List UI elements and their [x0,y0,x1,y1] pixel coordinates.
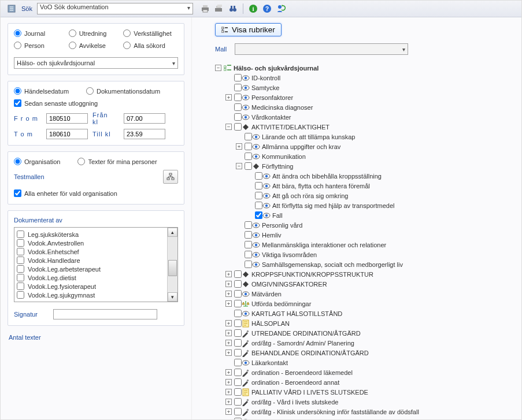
info-icon[interactable]: i [248,3,258,14]
tree-checkbox[interactable] [245,261,252,268]
tree-row[interactable]: −Hälso- och sjukvårdsjournal [215,63,514,73]
search-scope-select[interactable]: VoO Sök dokumentation [37,3,193,14]
check-alla-enheter[interactable]: Alla enheter för vald organisation [14,189,117,197]
tree-checkbox[interactable] [234,388,242,396]
toolbar-app-icon[interactable] [6,3,17,14]
list-item[interactable]: Vodok.Leg.arbetsterapeut [17,265,165,273]
tree-checkbox[interactable] [234,84,242,91]
org-tree-button[interactable] [163,170,178,184]
scroll-thumb[interactable] [168,260,177,276]
expand-icon[interactable]: + [225,291,232,297]
radio-person[interactable]: Person [14,42,69,49]
to-date-input[interactable] [46,129,88,139]
tree-row[interactable]: +HÄLSOPLAN [215,318,514,328]
print-icon[interactable] [200,3,210,14]
expand-icon[interactable]: + [225,369,232,376]
help-icon[interactable]: ? [262,3,272,14]
tree-checkbox[interactable] [255,211,262,219]
role-checkbox[interactable] [17,265,24,273]
radio-dokumentationsdatum[interactable]: Dokumentationsdatum [86,87,160,95]
visa-rubriker-button[interactable]: Visa rubriker [215,23,282,36]
list-item[interactable]: Vodok.Enhetschef [17,247,165,256]
tree-row[interactable]: −Förflyttning [215,161,514,171]
tree-checkbox[interactable] [234,74,242,81]
tree-checkbox[interactable] [234,369,242,376]
expand-icon[interactable]: + [225,350,232,356]
collapse-icon[interactable]: − [236,163,242,169]
collapse-icon[interactable]: − [225,124,232,130]
tree-row[interactable]: +ordination - Beroendeord läkemedel [215,367,514,377]
tree-row[interactable]: AVLIDEN [215,417,514,419]
tree-row[interactable]: +Personfaktorer [215,92,514,102]
check-sedan-senaste[interactable]: Sedan senaste utloggning [14,99,98,107]
tree-row[interactable]: Fall [215,210,514,220]
roles-scrollbar[interactable]: ▴ ▾ [167,228,177,302]
tree-checkbox[interactable] [255,202,262,209]
expand-icon[interactable]: + [225,408,232,415]
expand-icon[interactable]: + [225,340,232,346]
tree-row[interactable]: Medicinska diagnoser [215,102,514,112]
tree-checkbox[interactable] [234,378,242,386]
tree-checkbox[interactable] [234,349,242,356]
tree-checkbox[interactable] [234,113,242,121]
expand-icon[interactable]: + [225,379,232,385]
tree-row[interactable]: Mellanmänskliga interaktioner och relati… [215,240,514,250]
tree-row[interactable]: Att bära, flytta och hantera föremål [215,181,514,191]
tree-row[interactable]: Personlig vård [215,220,514,230]
tree-row[interactable]: Kommunikation [215,151,514,161]
list-item[interactable]: Vodok.Handledare [17,256,165,265]
tree-checkbox[interactable] [234,418,242,419]
tree-row[interactable]: +Mätvärden [215,289,514,299]
tree-row[interactable]: Läkarkontakt [215,358,514,367]
tree-row[interactable]: KARTLAGT HÄLSOTILLSTÅND [215,309,514,318]
tree-checkbox[interactable] [234,319,242,327]
to-time-input[interactable] [124,129,165,139]
tree-row[interactable]: +ordination - Beroendeord annat [215,377,514,387]
tree-checkbox[interactable] [255,192,262,199]
tree-row[interactable]: +ord/åtg - Klinisk undersökning inför fa… [215,407,514,417]
refresh-person-icon[interactable] [276,3,286,14]
radio-avvikelse[interactable]: Avvikelse [69,42,124,49]
tree-row[interactable]: Vårdkontakter [215,112,514,122]
tree-row[interactable]: Hemliv [215,230,514,240]
tree-row[interactable]: Lärande och att tillämpa kunskap [215,132,514,142]
expand-icon[interactable]: + [236,143,242,150]
tree-row[interactable]: +UTREDANDE ORDINATION/ÅTGÄRD [215,328,514,338]
tree-checkbox[interactable] [234,94,242,101]
rubrik-tree[interactable]: −Hälso- och sjukvårdsjournalID-kontrollS… [215,63,514,419]
tree-checkbox[interactable] [234,270,242,278]
tree-checkbox[interactable] [245,133,252,140]
list-item[interactable]: Vodok.Leg.fysioterapeut [17,282,165,291]
tree-checkbox[interactable] [234,290,242,298]
radio-verkstallighet[interactable]: Verkställighet [123,29,178,37]
tree-checkbox[interactable] [245,162,252,170]
expand-icon[interactable]: + [225,281,232,287]
tree-checkbox[interactable] [255,182,262,189]
signatur-input[interactable] [53,309,157,319]
tree-row[interactable]: +OMGIVNINGSFAKTORER [215,279,514,289]
expand-icon[interactable]: + [225,389,232,395]
tree-checkbox[interactable] [234,398,242,406]
radio-texter-mina[interactable]: Texter för mina personer [77,158,157,165]
tree-checkbox[interactable] [234,123,242,131]
tree-checkbox[interactable] [234,339,242,347]
list-item[interactable]: Vodok.Leg.dietist [17,273,165,282]
expand-icon[interactable]: + [225,300,232,307]
tree-checkbox[interactable] [234,310,242,317]
tree-row[interactable]: +ord/åtg - Samordn/ Admin/ Planering [215,338,514,348]
radio-utredning[interactable]: Utredning [69,29,124,37]
tree-checkbox[interactable] [234,408,242,415]
tree-row[interactable]: Viktiga livsområden [215,250,514,259]
role-checkbox[interactable] [17,231,24,238]
expand-icon[interactable]: + [225,320,232,326]
list-item[interactable]: Vodok.Leg.sjukgymnast [17,291,165,299]
list-item[interactable]: Leg.sjuksköterska [17,230,165,239]
tree-checkbox[interactable] [245,143,252,150]
radio-handelsedatum[interactable]: Händelsedatum [14,87,69,95]
tree-checkbox[interactable] [245,241,252,248]
from-time-input[interactable] [124,113,165,124]
print-multi-icon[interactable] [214,3,224,14]
expand-icon[interactable]: + [225,399,232,405]
tree-row[interactable]: Samhällsgemenskap, socialt och medborger… [215,259,514,269]
binoculars-icon[interactable] [228,3,238,14]
